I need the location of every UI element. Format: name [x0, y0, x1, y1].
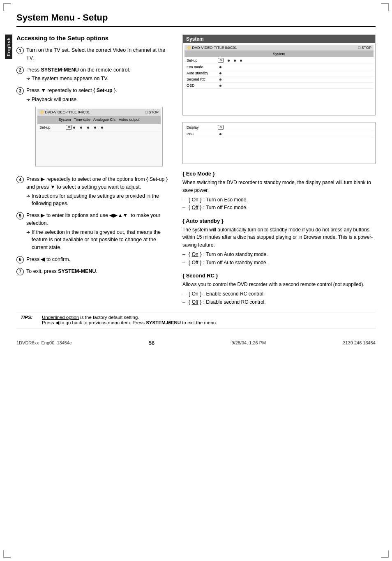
step-5-note-text: If the selection in the menu is greyed o… — [32, 229, 173, 252]
step-number-2: 2 — [16, 67, 24, 74]
screen2-secondrc-row: Second RC — [184, 76, 374, 83]
screen2-setup-dot2 — [234, 60, 236, 62]
tips-line2: Press ◀ to go back to previous menu item… — [42, 320, 217, 326]
step-2-content: Press SYSTEM-MENU on the remote control.… — [26, 66, 173, 83]
sidebar-english-label: English — [5, 35, 12, 59]
screen3-content: Display ⚙ PBC — [183, 122, 375, 164]
step-4-note: Instructions for adjusting the settings … — [26, 192, 173, 208]
as-off-brace-open: { — [189, 259, 190, 267]
step-number-1: 1 — [16, 47, 24, 54]
eco-on-key: On — [192, 196, 198, 204]
screen2-setup-label: Set-up — [187, 58, 215, 62]
screen1-topbar: 📀 DVD-VIDEO-TITLE 04/C01 □ STOP — [37, 109, 161, 117]
screen3-display-label: Display — [187, 125, 215, 129]
auto-standby-option-on: { On } : Turn on Auto standby mode. — [182, 251, 376, 259]
as-on-desc: : Turn on Auto standby mode. — [203, 251, 268, 259]
steps-list: 1 Turn on the TV set. Select the correct… — [16, 46, 173, 275]
screen2-setup-icon: ⚙ — [218, 58, 224, 63]
step-3-text: Press ▼ repeatedly to select { Set-up }. — [26, 88, 117, 93]
screen1-dots — [73, 127, 103, 129]
screen3-display-icon: ⚙ — [218, 125, 224, 130]
corner-mark-br — [381, 550, 389, 558]
screen1-body — [37, 132, 161, 164]
tips-label: TIPS: — [21, 315, 38, 320]
screen-mockup-1: 📀 DVD-VIDEO-TITLE 04/C01 □ STOP System T… — [35, 107, 163, 167]
step-4-text: Press ▶ repeatedly to select one of the … — [26, 176, 168, 190]
auto-standby-desc: The system will automatically turn on to… — [182, 226, 376, 249]
dot-2 — [80, 127, 82, 129]
eco-off-desc: : Turn off Eco mode. — [203, 204, 248, 212]
screen1-setup-label: Set-up — [39, 125, 64, 131]
main-columns: English Accessing to the Setup options 1… — [16, 35, 376, 312]
step-4-content: Press ▶ repeatedly to select one of the … — [26, 175, 173, 208]
src-on-brace-open: { — [189, 290, 190, 298]
screen2-osd-label: OSD — [187, 83, 215, 88]
corner-mark-bl — [3, 550, 11, 558]
screen1-menubar: System Time-date Analogue Ch. Video outp… — [37, 116, 161, 124]
step-1-content: Turn on the TV set. Select the correct V… — [26, 46, 173, 62]
screen2-autostandby-label: Auto standby — [187, 71, 215, 75]
src-off-desc: : Disable second RC control. — [203, 298, 266, 306]
second-rc-option-on: { On } : Enable second RC control. — [182, 290, 376, 298]
screen2-right: □ STOP — [358, 46, 371, 50]
auto-standby-section: { Auto standby } The system will automat… — [182, 218, 376, 267]
system-box-header: System — [183, 35, 375, 43]
src-on-brace-close: } — [200, 290, 202, 298]
step-2-note-text: The system menu appears on TV. — [32, 75, 108, 83]
eco-mode-section: { Eco Mode } When switching the DVD reco… — [182, 171, 376, 212]
screen3-pbc-row: PBC — [184, 131, 374, 137]
tips-bar: TIPS: Underlined option is the factory d… — [16, 312, 376, 328]
auto-standby-heading: { Auto standby } — [182, 218, 376, 224]
step-number-3: 3 — [16, 87, 24, 95]
screen1-right: □ STOP — [145, 110, 159, 115]
src-on-key: On — [192, 290, 198, 298]
screen2-secondrc-label: Second RC — [187, 77, 215, 81]
step-6-content: Press ◀ to confirm. — [26, 256, 173, 263]
eco-mode-heading: { Eco Mode } — [182, 171, 376, 177]
step-number-4: 4 — [16, 176, 24, 183]
screen2-osd-dot — [219, 85, 221, 87]
second-rc-section: { Second RC } Allows you to control the … — [182, 272, 376, 306]
screen2-setup-dot1 — [228, 60, 230, 62]
as-off-brace-close: } — [200, 259, 202, 267]
step-5-text: Press ▶ to enter its options and use ◀▶▲… — [26, 212, 160, 226]
step-2-note: The system menu appears on TV. — [26, 75, 173, 83]
as-on-key: On — [192, 251, 198, 259]
as-on-brace-open: { — [189, 251, 190, 259]
tips-system-menu: SYSTEM-MENU — [146, 320, 181, 325]
step-3-note-text: Playback will pause. — [32, 96, 78, 104]
second-rc-desc: Allows you to control the DVD recorder w… — [182, 281, 376, 289]
screen3-body — [184, 137, 374, 162]
eco-on-brace-open: { — [189, 196, 190, 204]
screen2-setup-dot3 — [240, 60, 242, 62]
corner-mark-tl — [3, 3, 11, 11]
step-5-content: Press ▶ to enter its options and use ◀▶▲… — [26, 212, 173, 252]
dot-5 — [101, 127, 103, 129]
step-5: 5 Press ▶ to enter its options and use ◀… — [16, 212, 173, 252]
step-number-6: 6 — [16, 256, 24, 263]
eco-mode-desc: When switching the DVD recorder to stand… — [182, 179, 376, 194]
step-7-text: To exit, press SYSTEM-MENU. — [26, 268, 97, 274]
dot-1 — [73, 127, 75, 129]
eco-off-brace-close: } — [200, 204, 202, 212]
second-rc-option-off: { Off } : Disable second RC control. — [182, 298, 376, 306]
screen1-menu-items: System Time-date Analogue Ch. Video outp… — [59, 118, 140, 122]
tips-line2-text2: to exit the menu. — [181, 320, 217, 325]
eco-mode-heading-text: { Eco Mode } — [182, 171, 215, 177]
screen2-ecomode-label: Eco mode — [187, 65, 215, 69]
src-off-key: Off — [192, 298, 198, 306]
step-3-note: Playback will pause. — [26, 96, 173, 104]
second-rc-heading-text: { Second RC } — [182, 272, 218, 279]
screen2-menu-title: System — [273, 52, 285, 56]
screen1-setup-row: Set-up ⚙ — [37, 124, 161, 132]
eco-mode-option-off: { Off } : Turn off Eco mode. — [182, 204, 376, 212]
screen2-autostandby-dot — [219, 72, 221, 74]
tips-underlined-option: Underlined option — [42, 315, 79, 320]
footer-left: 1DVDR6xx_Eng00_13454c — [16, 340, 72, 345]
left-column: English Accessing to the Setup options 1… — [16, 35, 173, 312]
eco-mode-option-on: { On } : Turn on Eco mode. — [182, 196, 376, 204]
step-2-text: Press SYSTEM-MENU on the remote control. — [26, 67, 130, 73]
corner-mark-tr — [381, 3, 389, 11]
second-rc-options: { On } : Enable second RC control. { Off… — [182, 290, 376, 306]
screen2-setup-row: Set-up ⚙ — [184, 57, 374, 64]
